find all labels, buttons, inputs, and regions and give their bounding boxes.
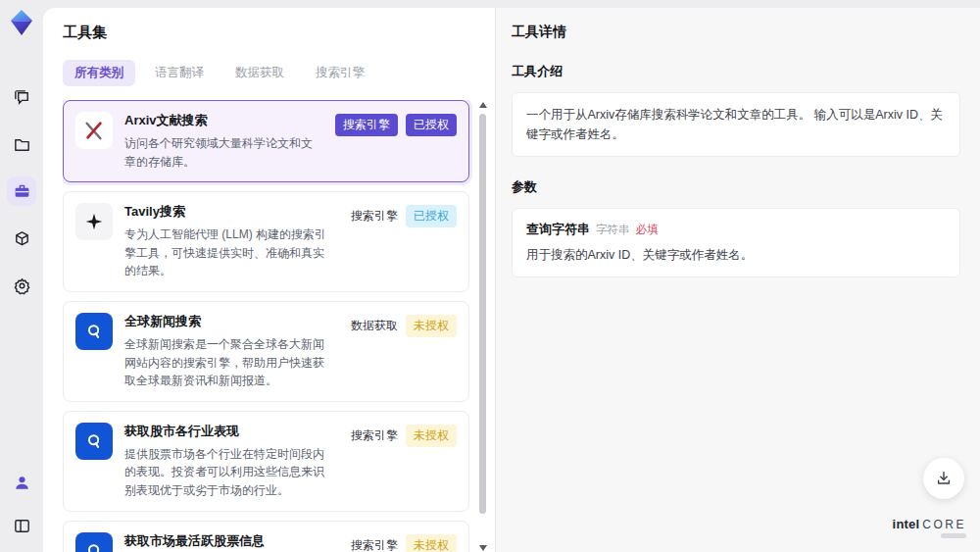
category-label: 搜索引擎 — [351, 205, 398, 227]
tool-description: 专为人工智能代理 (LLM) 构建的搜索引擎工具，可快速提供实时、准确和真实的结… — [124, 226, 335, 280]
status-badge-unauthorized: 未授权 — [406, 534, 457, 552]
param-description: 用于搜索的Arxiv ID、关键字或作者姓名。 — [526, 246, 946, 265]
category-tabs: 所有类别 语言翻译 数据获取 搜索引擎 — [63, 60, 495, 86]
tool-card-global-news[interactable]: 全球新闻搜索 全球新闻搜索是一个聚合全球各大新闻网站内容的搜索引擎，帮助用户快速… — [63, 301, 469, 402]
page-title: 工具集 — [63, 24, 495, 42]
tool-detail-panel: 工具详情 工具介绍 一个用于从Arxiv存储库搜索科学论文和文章的工具。 输入可… — [495, 8, 980, 552]
app-logo-icon — [7, 8, 36, 37]
tab-language-translation[interactable]: 语言翻译 — [143, 60, 216, 86]
scrollbar-thumb[interactable] — [479, 114, 486, 514]
tab-search-engine[interactable]: 搜索引擎 — [304, 60, 376, 86]
status-badge-authorized: 已授权 — [406, 114, 457, 136]
param-required-flag: 必填 — [636, 223, 659, 237]
tool-list: Arxiv文献搜索 访问各个研究领域大量科学论文和文章的存储库。 搜索引擎 已授… — [63, 100, 495, 552]
tool-name: 全球新闻搜索 — [124, 313, 335, 330]
status-badge-unauthorized: 未授权 — [406, 315, 457, 337]
params-heading: 参数 — [512, 178, 960, 196]
tool-description: 访问各个研究领域大量科学论文和文章的存储库。 — [124, 134, 319, 171]
news-search-logo-icon — [75, 532, 113, 552]
tool-description: 提供股票市场各个行业在特定时间段内的表现。投资者可以利用这些信息来识别表现优于或… — [124, 445, 335, 500]
collapse-panel-icon[interactable] — [7, 511, 36, 540]
tool-card-tavily[interactable]: Tavily搜索 专为人工智能代理 (LLM) 构建的搜索引擎工具，可快速提供实… — [63, 191, 469, 292]
tool-description: 全球新闻搜索是一个聚合全球各大新闻网站内容的搜索引擎，帮助用户快速获取全球最新资… — [124, 335, 335, 390]
param-type: 字符串 — [596, 223, 630, 237]
tab-all-categories[interactable]: 所有类别 — [63, 60, 135, 86]
tab-data-fetch[interactable]: 数据获取 — [223, 60, 296, 86]
user-account-icon[interactable] — [7, 468, 36, 497]
folder-nav-icon[interactable] — [7, 129, 36, 159]
download-button[interactable] — [923, 458, 964, 499]
tool-card-stock-sectors[interactable]: 获取股市各行业表现 提供股票市场各个行业在特定时间段内的表现。投资者可以利用这些… — [63, 411, 469, 512]
download-icon — [935, 470, 953, 487]
app-sidebar — [0, 0, 43, 552]
tool-card-arxiv[interactable]: Arxiv文献搜索 访问各个研究领域大量科学论文和文章的存储库。 搜索引擎 已授… — [63, 100, 469, 182]
tool-name: 获取市场最活跃股票信息 — [124, 532, 335, 550]
package-nav-icon[interactable] — [7, 224, 36, 253]
tool-name: Arxiv文献搜索 — [124, 112, 319, 129]
category-badge: 搜索引擎 — [335, 114, 398, 136]
intel-core-logo: intel core — [893, 518, 966, 538]
intel-wordmark: intel — [893, 518, 920, 530]
intro-heading: 工具介绍 — [512, 63, 960, 80]
list-scrollbar[interactable] — [479, 100, 487, 552]
tavily-star-icon — [75, 203, 113, 240]
settings-gear-icon[interactable] — [7, 271, 36, 300]
arxiv-logo-icon — [75, 112, 113, 149]
param-name: 查询字符串 — [526, 221, 590, 238]
intro-box: 一个用于从Arxiv存储库搜索科学论文和文章的工具。 输入可以是Arxiv ID… — [512, 92, 960, 157]
tool-name: Tavily搜索 — [124, 203, 335, 221]
tool-card-active-stocks[interactable]: 获取市场最活跃股票信息 提供当天交易量最高的股票列表，投资者可以利用这些信息来识… — [63, 521, 469, 552]
scroll-down-arrow-icon[interactable] — [479, 545, 487, 551]
param-box: 查询字符串 字符串 必填 用于搜索的Arxiv ID、关键字或作者姓名。 — [512, 208, 960, 277]
brand-accent-bar — [941, 533, 966, 538]
news-search-logo-icon — [75, 313, 113, 350]
category-label: 搜索引擎 — [351, 534, 398, 552]
detail-title: 工具详情 — [512, 24, 960, 41]
status-badge-authorized: 已授权 — [406, 205, 457, 227]
status-badge-unauthorized: 未授权 — [406, 425, 457, 447]
toolbox-nav-icon[interactable] — [7, 176, 36, 206]
news-search-logo-icon — [75, 423, 113, 460]
toolset-panel: 工具集 所有类别 语言翻译 数据获取 搜索引擎 Arxiv文献搜索 访问各个研究… — [43, 8, 495, 552]
tool-name: 获取股市各行业表现 — [124, 423, 335, 440]
category-label: 搜索引擎 — [351, 425, 398, 447]
scroll-up-arrow-icon[interactable] — [479, 102, 487, 108]
category-label: 数据获取 — [351, 315, 398, 337]
core-wordmark: core — [922, 519, 966, 530]
intro-text: 一个用于从Arxiv存储库搜索科学论文和文章的工具。 输入可以是Arxiv ID… — [526, 105, 946, 144]
chat-nav-icon[interactable] — [7, 82, 36, 112]
